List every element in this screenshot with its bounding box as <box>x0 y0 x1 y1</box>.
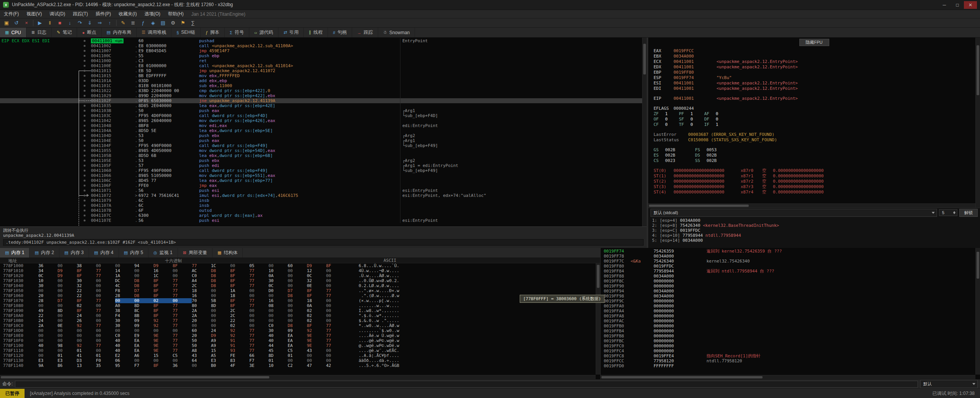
stack-row[interactable]: 0019FFA800000000 <box>601 314 975 319</box>
dump-hscrollbar[interactable] <box>0 375 596 379</box>
stack-row[interactable]: 0019FFD0FFFFFFFF <box>601 363 975 368</box>
dump-row[interactable]: 778F101034D98F7714001600ACD88F7710001200… <box>0 268 596 273</box>
stack-row[interactable]: 0019FF880034A000 <box>601 274 975 279</box>
dump-row[interactable]: 778F11100000010040EA9E77A815937745C54300… <box>0 348 596 353</box>
dump-row[interactable]: 778F10A022002400F48B8F772A002C0000000200… <box>0 313 596 318</box>
tab-cpu[interactable]: ▦CPU <box>0 28 26 37</box>
breakpoint-dot[interactable] <box>84 105 86 107</box>
disasm-row[interactable]: 00411079.6Cinsb <box>0 198 647 203</box>
stack-row[interactable]: 0019FF780034A000 <box>601 254 975 259</box>
disasm-scrollbar[interactable] <box>642 38 647 226</box>
step-over-button[interactable]: ↷ <box>75 19 85 27</box>
tab-trace-view[interactable]: →跟踪 <box>352 28 378 37</box>
dump-row[interactable]: 778F1090498D8F77388C8F772A002C0000000200… <box>0 308 596 313</box>
disasm-row[interactable]: 00411042.8985 26040000mov dword ptr ss:[… <box>0 118 647 123</box>
breakpoint-dot[interactable] <box>84 200 86 201</box>
stack-row[interactable]: 0019FFB400000000 <box>601 329 975 334</box>
stack-row[interactable]: 0019FF8C00000000 <box>601 279 975 284</box>
step-into-button[interactable]: ↓ <box>65 19 75 27</box>
stack-row[interactable]: 0019FF940034A000 <box>601 289 975 294</box>
close-process-button[interactable]: × <box>21 19 31 27</box>
stack-row[interactable]: 0019FFA000000000 <box>601 304 975 309</box>
dump-row[interactable]: 778F11004098927740EA9E7750A9917744EA9E77… <box>0 343 596 348</box>
tab-log[interactable]: ≣日志 <box>26 28 52 37</box>
disasm-row[interactable]: 0041104E.50push eax┌Arg1 <box>0 138 647 143</box>
stack-row[interactable]: 0019FF9000000000 <box>601 284 975 289</box>
disasm-row[interactable]: 0041101A.03DDadd ebx,ebp <box>0 78 647 83</box>
dump-row[interactable]: 778F1040300032004CD88F772CD88F770C000E00… <box>0 283 596 288</box>
dump-row[interactable]: 778F10B024002600300992772000220000000200… <box>0 318 596 323</box>
disasm-row[interactable]: 00411029.899D 22040000mov dword ptr ss:[… <box>0 93 647 98</box>
tab-struct[interactable]: ▦结构体 <box>212 248 243 258</box>
dump-row[interactable]: 778F105000002200F8D78F7718001A00D0D78F77… <box>0 288 596 293</box>
stack-row[interactable]: 0019FF980034A000 <box>601 294 975 299</box>
breakpoint-dot[interactable] <box>84 210 86 211</box>
disasm-row[interactable]: 00411066.8985 51050000mov dword ptr ss:[… <box>0 173 647 178</box>
stack-row[interactable]: 0019FFB800000000 <box>601 334 975 339</box>
stack-row[interactable]: 0019FF800019FFDC <box>601 264 975 269</box>
stack-row[interactable]: 0019FFBC00000000 <box>601 339 975 344</box>
stack-row[interactable]: 0019FF7475426359返回到 kernel32.75426359 自 … <box>601 249 975 254</box>
tab-dump-4[interactable]: ▤内存 4 <box>89 248 119 258</box>
argument-row[interactable]: 3: [esp+C] 0019FFDC <box>652 228 976 233</box>
breakpoint-dot[interactable] <box>84 130 86 132</box>
disasm-row[interactable]: 0041105F.57push edi┌Arg1 = edi:EntryPoin… <box>0 163 647 168</box>
disasm-row[interactable]: 0041106C.8D45 77lea eax,dword ptr ss:[eb… <box>0 178 647 183</box>
breakpoint-dot[interactable] <box>84 65 86 67</box>
pause-button[interactable]: ‖ <box>45 19 55 27</box>
breakpoint-dot[interactable] <box>84 195 86 197</box>
trace-into-button[interactable]: ⇓ <box>85 19 95 27</box>
comment-button[interactable]: ≣ <box>128 19 138 27</box>
menu-view[interactable]: 视图(V) <box>23 10 46 18</box>
breakpoint-dot[interactable] <box>84 180 86 182</box>
favourites-button[interactable]: ⚑ <box>178 19 188 27</box>
tab-dump-3[interactable]: ▤内存 3 <box>59 248 89 258</box>
disasm-row[interactable]: 0041100E.E8 01000000call <unpackme_aspac… <box>0 63 647 68</box>
tab-watch-1[interactable]: ◎监视 1 <box>148 248 178 258</box>
run-to-return-button[interactable]: ↑ <box>105 19 115 27</box>
dump-row[interactable]: 778F103010003000DCD88F77A4D88F7730003200… <box>0 278 596 283</box>
disasm-row[interactable]: 00411055.8985 4D050000mov dword ptr ss:[… <box>0 148 647 153</box>
stack-row[interactable]: 0019FF8477958944返回到 ntdll.77958944 自 ??? <box>601 269 975 274</box>
menu-debug[interactable]: 调试(D) <box>46 10 69 18</box>
stack-row[interactable]: 0019FFCC77958120ntdll.77958120 <box>601 358 975 363</box>
stack-row[interactable]: 0019FFC80019FFE4指向SEH_Record[1]的指针 <box>601 353 975 358</box>
trace-over-button[interactable]: ⇒ <box>95 19 105 27</box>
graph-button[interactable]: ◈ <box>148 19 158 27</box>
tab-script[interactable]: ƒ脚本 <box>201 28 225 37</box>
disasm-row[interactable]: 00411048.8BF8mov edi,eaxedi:EntryPoint <box>0 123 647 128</box>
registers-scrollbar[interactable] <box>975 38 980 208</box>
disasm-row[interactable]: 0041107C.6300arpl word ptr ds:[eax],ax <box>0 213 647 218</box>
disasm-row[interactable]: 00411002.E8 03000000call <unpackme_aspac… <box>0 43 647 48</box>
preferences-button[interactable]: ⚙ <box>168 19 178 27</box>
disasm-row[interactable]: 00411007.E9 EB045D45jmp 459E14F7 <box>0 48 647 53</box>
dump-row[interactable]: 778F1130E3E3D3F00600000064E383F701000000… <box>0 358 596 363</box>
disasm-row[interactable]: 0041104F.FF95 490F0000call dword ptr ss:… <box>0 143 647 148</box>
breakpoint-dot[interactable] <box>84 220 86 221</box>
dump-row[interactable]: 778F107028D78F7700000200705B8F7716001800… <box>0 298 596 303</box>
disasm-row[interactable]: 00411013.EB 5Djmp unpackme_aspack2.12.41… <box>0 68 647 73</box>
disasm-row[interactable]: 0041105E.53push ebx┌Arg2 <box>0 158 647 163</box>
maximize-button[interactable]: □ <box>951 1 964 9</box>
menu-favourites[interactable]: 收藏夹(I) <box>115 10 140 18</box>
disasm-row[interactable]: 00411071.56push esiesi:EntryPoint <box>0 188 647 193</box>
disasm-row[interactable]: 0041103C.FF95 4D0F0000call dword ptr ss:… <box>0 113 647 118</box>
disasm-row[interactable]: 0041104A.8D5D 5Elea ebx,dword ptr ss:[eb… <box>0 128 647 133</box>
dump-row[interactable]: 778F108000000200A08D8F77808D8F7708000A00… <box>0 303 596 308</box>
breakpoint-dot[interactable] <box>84 95 86 97</box>
tab-source[interactable]: ‹›源代码 <box>249 28 278 37</box>
breakpoint-dot[interactable] <box>84 155 86 157</box>
disasm-row[interactable]: 0041104D.53push ebx┌Arg2 <box>0 133 647 138</box>
breakpoint-dot[interactable] <box>84 40 86 42</box>
dump-row[interactable]: 778F1000360038000094D98F771C00050060D98F… <box>0 263 596 268</box>
tab-locals[interactable]: ⊠局部变量 <box>178 248 212 258</box>
stack-row[interactable]: 0019FFC000000000 <box>601 344 975 348</box>
tab-dump-5[interactable]: ▤内存 5 <box>119 248 148 258</box>
tab-dump-1[interactable]: ▤内存 1 <box>0 248 30 258</box>
patch-button[interactable]: ✎ <box>118 19 128 27</box>
command-profile-select[interactable]: 默认 <box>920 380 978 388</box>
disasm-row[interactable]: 0041100D.C3ret <box>0 58 647 63</box>
breakpoint-dot[interactable] <box>84 115 86 117</box>
dump-row[interactable]: 778F112000014101E2A615C543A5FE668D010000… <box>0 353 596 358</box>
dump-row[interactable]: 778F11409A86133595F78F3600B04F3E10C24742… <box>0 363 596 368</box>
